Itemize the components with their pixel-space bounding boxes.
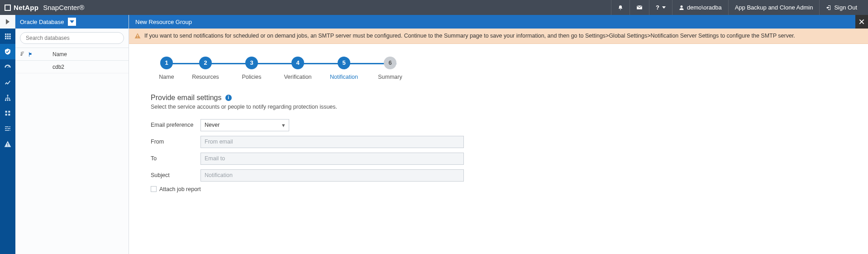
bell-icon	[618, 5, 623, 11]
label-to: To	[151, 155, 200, 162]
nav-rail	[0, 15, 15, 254]
page-header: New Resource Group	[129, 15, 868, 29]
role-text: App Backup and Clone Admin	[735, 4, 813, 11]
nav-dashboard[interactable]	[0, 29, 15, 44]
subject-input	[200, 169, 464, 182]
notification-form: Provide email settings i Select the serv…	[129, 83, 609, 192]
resource-table-header: Name	[15, 48, 129, 61]
close-button[interactable]	[855, 15, 868, 29]
label-email-preference: Email preference	[151, 122, 200, 128]
flag-icon[interactable]	[28, 52, 33, 57]
user-menu[interactable]: demo\oradba	[672, 0, 728, 15]
warning-banner: If you want to send notifications for sc…	[129, 29, 868, 44]
step-verification[interactable]: 4 Verification	[275, 57, 321, 80]
grid-icon	[4, 33, 11, 40]
chevron-down-icon	[662, 6, 666, 9]
brand-company: NetApp	[14, 4, 38, 11]
wizard-steps: 1 Name 2 Resources 3 Policies 4 Verifica…	[129, 44, 868, 83]
table-row[interactable]: cdb2	[15, 61, 129, 73]
search-field[interactable]	[20, 32, 124, 44]
caret-down-icon: ▾	[282, 122, 285, 129]
row-to: To	[151, 153, 609, 165]
chevron-right-icon	[6, 19, 10, 24]
step-policies[interactable]: 3 Policies	[229, 57, 275, 80]
page-title: New Resource Group	[135, 19, 192, 25]
row-email-preference: Email preference Never ▾	[151, 119, 609, 131]
brand-product: SnapCenter®	[43, 4, 84, 11]
signout-label: Sign Out	[834, 4, 857, 11]
expand-nav-button[interactable]	[0, 15, 15, 29]
email-preference-value: Never	[205, 122, 219, 128]
mail-icon	[636, 5, 643, 10]
form-title-row: Provide email settings i	[151, 94, 609, 102]
info-icon[interactable]: i	[225, 95, 232, 101]
search-input[interactable]	[26, 35, 118, 41]
step-name[interactable]: 1 Name	[151, 57, 182, 80]
role-label[interactable]: App Backup and Clone Admin	[728, 0, 820, 15]
warning-icon	[134, 33, 141, 41]
signout-icon	[826, 5, 831, 10]
shield-check-icon	[4, 48, 11, 55]
brand: NetApp SnapCenter®	[5, 4, 84, 11]
row-subject: Subject	[151, 169, 609, 182]
step-resources[interactable]: 2 Resources	[182, 57, 229, 80]
stack-icon	[4, 110, 11, 117]
row-from: From	[151, 136, 609, 148]
resource-panel: Oracle Database Name cdb2	[15, 15, 129, 254]
nav-storage[interactable]	[0, 105, 15, 121]
sitemap-icon	[4, 94, 11, 101]
user-icon	[679, 5, 684, 10]
step-summary[interactable]: 6 Summary	[367, 57, 413, 80]
signout-button[interactable]: Sign Out	[819, 0, 863, 15]
top-bar: NetApp SnapCenter® ? demo\oradba App Bac…	[0, 0, 868, 15]
chart-line-icon	[4, 79, 11, 86]
gauge-icon	[4, 63, 11, 71]
step-notification[interactable]: 5 Notification	[321, 57, 367, 80]
label-subject: Subject	[151, 172, 200, 178]
label-from: From	[151, 139, 200, 145]
nav-monitor[interactable]	[0, 59, 15, 75]
main-pane: New Resource Group If you want to send n…	[129, 15, 868, 254]
row-name: cdb2	[49, 64, 129, 70]
email-preference-select[interactable]: Never ▾	[200, 119, 289, 131]
plugin-dropdown-button[interactable]	[68, 18, 76, 26]
user-name: demo\oradba	[687, 4, 722, 11]
caret-down-icon	[70, 20, 74, 23]
topbar-right: ? demo\oradba App Backup and Clone Admin…	[611, 0, 863, 15]
plugin-selector: Oracle Database	[15, 15, 129, 29]
help-menu[interactable]: ?	[649, 0, 672, 15]
nav-resources[interactable]	[0, 44, 15, 59]
sliders-icon	[4, 125, 11, 132]
help-icon: ?	[656, 4, 659, 11]
from-input	[200, 136, 464, 148]
alert-triangle-icon	[4, 140, 11, 148]
form-title: Provide email settings	[151, 94, 222, 102]
sort-icon[interactable]	[20, 52, 25, 57]
search-wrap	[15, 29, 129, 48]
messages-button[interactable]	[630, 0, 649, 15]
close-icon	[858, 19, 865, 25]
netapp-logo-icon	[5, 5, 11, 11]
attach-report-checkbox[interactable]	[151, 186, 157, 192]
form-subtitle: Select the service accounts or people to…	[151, 104, 609, 110]
to-input	[200, 153, 464, 165]
nav-reports[interactable]	[0, 75, 15, 90]
attach-report-label: Attach job report	[159, 186, 201, 192]
col-name[interactable]: Name	[49, 51, 129, 58]
row-attach-report: Attach job report	[151, 186, 609, 192]
nav-hosts[interactable]	[0, 90, 15, 105]
warning-text: If you want to send notifications for sc…	[144, 33, 795, 39]
nav-settings[interactable]	[0, 121, 15, 136]
plugin-name: Oracle Database	[20, 19, 64, 25]
notifications-button[interactable]	[611, 0, 630, 15]
nav-alerts[interactable]	[0, 136, 15, 152]
